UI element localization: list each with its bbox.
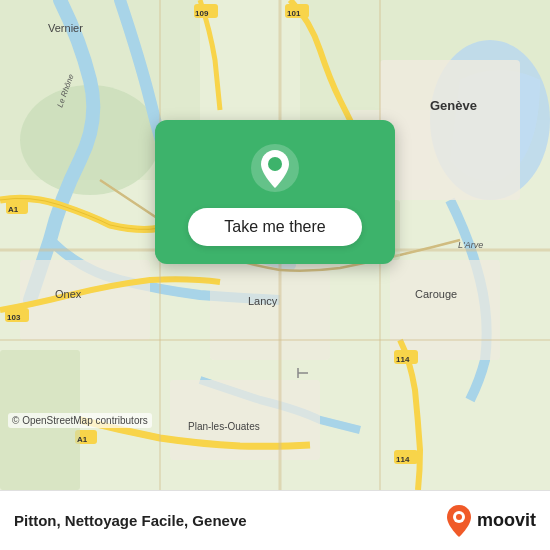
svg-text:A1: A1 (77, 435, 88, 444)
svg-text:Lancy: Lancy (248, 295, 278, 307)
svg-point-44 (268, 157, 282, 171)
svg-text:Genève: Genève (430, 98, 477, 113)
svg-text:L'Arve: L'Arve (458, 240, 483, 250)
moovit-pin-icon (445, 504, 473, 538)
svg-text:Vernier: Vernier (48, 22, 83, 34)
svg-text:101: 101 (287, 9, 301, 18)
svg-text:109: 109 (195, 9, 209, 18)
attribution: © OpenStreetMap contributors (8, 413, 152, 428)
moovit-logo: moovit (445, 504, 536, 538)
bottom-bar: Pitton, Nettoyage Facile, Geneve moovit (0, 490, 550, 550)
location-card: Take me there (155, 120, 395, 264)
svg-text:114: 114 (396, 355, 410, 364)
svg-text:Plan-les-Ouates: Plan-les-Ouates (188, 421, 260, 432)
svg-text:A1: A1 (8, 205, 19, 214)
svg-text:103: 103 (7, 313, 21, 322)
moovit-brand-text: moovit (477, 510, 536, 531)
svg-text:Carouge: Carouge (415, 288, 457, 300)
svg-rect-9 (210, 260, 330, 360)
location-name: Pitton, Nettoyage Facile, Geneve (14, 512, 247, 529)
location-pin-icon (249, 142, 301, 194)
map-container: Vernier Genève Onex Lancy Carouge Plan-l… (0, 0, 550, 490)
location-info: Pitton, Nettoyage Facile, Geneve (14, 512, 247, 529)
take-me-there-button[interactable]: Take me there (188, 208, 361, 246)
svg-rect-7 (390, 260, 500, 360)
svg-text:114: 114 (396, 455, 410, 464)
svg-text:Onex: Onex (55, 288, 82, 300)
svg-point-46 (456, 514, 462, 520)
